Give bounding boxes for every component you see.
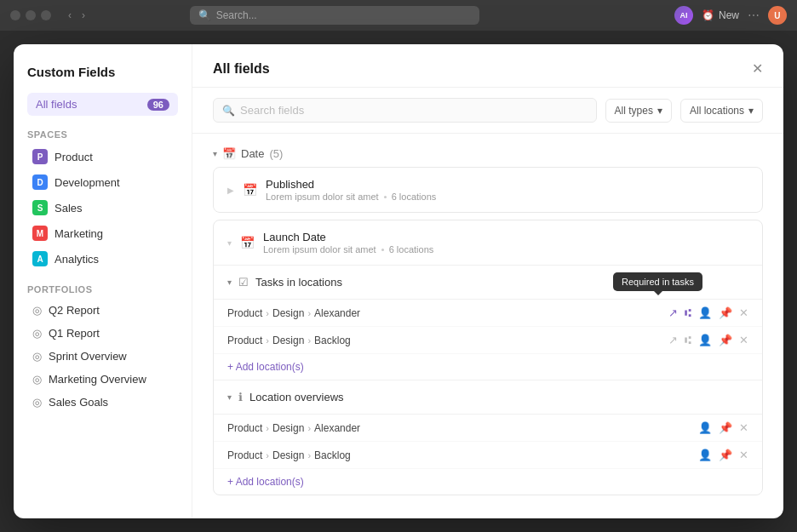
filter-types-label: All types [615,105,653,117]
close-icon[interactable]: ✕ [739,449,748,461]
user-icon[interactable]: 👤 [698,449,712,461]
chevron-down-icon: ▾ [657,105,662,117]
forward-arrow[interactable]: › [78,8,89,23]
titlebar-right: AI ⏰ New ⋯ U [674,6,787,25]
traffic-light-minimize[interactable] [26,10,36,20]
sidebar: Custom Fields All fields 96 Spaces P Pro… [14,44,192,518]
location-product: Product [227,422,262,434]
location-product: Product [227,307,262,319]
user-icon[interactable]: 👤 [698,306,712,319]
sidebar-item-marketing-overview[interactable]: ◎ Marketing Overview [27,369,178,390]
expand-overviews-toggle[interactable]: ▾ [227,392,232,402]
pin-icon[interactable]: 📌 [719,449,732,461]
pin-icon[interactable]: 📌 [719,306,732,319]
analytics-icon: A [32,251,48,266]
all-fields-nav[interactable]: All fields 96 [27,93,178,116]
published-description: Lorem ipsum dolor sit amet [266,192,379,202]
add-overview-location-button[interactable]: + Add location(s) [214,469,762,495]
location-backlog: Backlog [314,449,351,461]
branch-icon[interactable]: ⑆ [685,334,691,346]
sidebar-item-sprint-overview[interactable]: ◎ Sprint Overview [27,346,178,367]
main-content: Custom Fields All fields 96 Spaces P Pro… [0,31,797,532]
sidebar-item-q1-report[interactable]: ◎ Q1 Report [27,323,178,344]
filter-locations-label: All locations [690,105,744,117]
sidebar-item-development[interactable]: D Development [27,170,178,194]
date-section-header[interactable]: ▾ 📅 Date (5) [213,147,763,160]
global-search-bar[interactable]: 🔍 Search... [190,6,479,25]
new-button[interactable]: ⏰ New [702,9,739,21]
location-overviews-header: ▾ ℹ Location overviews [214,380,762,415]
portfolio-icon: ◎ [32,350,42,363]
sidebar-item-q2-report[interactable]: ◎ Q2 Report [27,300,178,321]
sidebar-item-sales-goals[interactable]: ◎ Sales Goals [27,392,178,413]
filter-types-button[interactable]: All types ▾ [605,99,672,123]
published-field-meta: Lorem ipsum dolor sit amet 6 locations [266,192,748,202]
sprint-overview-label: Sprint Overview [49,350,127,363]
add-location-label: + Add location(s) [227,361,304,373]
add-location-button[interactable]: + Add location(s) [214,354,762,380]
location-actions: ↗ ⑆ 👤 📌 ✕ [668,334,748,346]
tasks-in-locations-header: ▾ ☑ Tasks in locations Required in tasks [214,266,762,300]
expand-tasks-toggle[interactable]: ▾ [227,277,232,287]
user-icon[interactable]: 👤 [698,421,712,434]
expand-icon[interactable]: ▾ [227,238,232,248]
pin-icon[interactable]: 📌 [719,334,732,346]
all-fields-label: All fields [36,98,77,111]
q2-report-label: Q2 Report [49,304,100,317]
back-arrow[interactable]: ‹ [65,8,75,23]
external-link-icon[interactable]: ↗ [668,334,678,346]
launch-date-locations: 6 locations [389,244,434,255]
location-backlog: Backlog [314,335,351,346]
sales-goals-label: Sales Goals [49,396,108,409]
close-button[interactable]: ✕ [752,62,763,76]
sales-icon: S [32,200,48,215]
location-actions: 👤 📌 ✕ [698,421,748,434]
path-separator: › [307,423,311,433]
pin-icon[interactable]: 📌 [719,421,732,434]
sidebar-item-sales[interactable]: S Sales [27,196,178,220]
close-icon[interactable]: ✕ [739,306,748,319]
search-icon: 🔍 [198,9,211,21]
task-location-row-alexander: Product › Design › Alexander ↗ ⑆ 👤 📌 ✕ [214,300,762,327]
grid-icon[interactable]: ⋯ [748,9,760,22]
launch-date-field-info: Launch Date Lorem ipsum dolor sit amet 6… [263,231,748,255]
close-icon[interactable]: ✕ [739,421,748,434]
nav-arrows: ‹ › [65,8,89,23]
traffic-lights [10,10,51,20]
location-path: Product › Design › Alexander [227,422,698,434]
location-design: Design [272,307,304,319]
avatar[interactable]: U [768,6,787,25]
user-icon[interactable]: 👤 [698,334,712,346]
close-icon[interactable]: ✕ [739,334,748,346]
spaces-section: Spaces P Product D Development S Sales M… [27,129,178,271]
sidebar-item-analytics[interactable]: A Analytics [27,247,178,271]
portfolios-section-title: Portfolios [27,284,178,295]
traffic-light-maximize[interactable] [41,10,51,20]
ai-badge[interactable]: AI [674,6,693,25]
traffic-light-close[interactable] [10,10,20,20]
sidebar-item-product[interactable]: P Product [27,145,178,169]
sidebar-item-marketing[interactable]: M Marketing [27,221,178,245]
portfolio-icon: ◎ [32,327,42,340]
titlebar: ‹ › 🔍 Search... AI ⏰ New ⋯ U [0,0,797,31]
branch-icon[interactable]: ⑆ [685,306,691,319]
panel-header: All fields ✕ [192,44,783,88]
published-field-info: Published Lorem ipsum dolor sit amet 6 l… [266,178,748,202]
add-overview-location-label: + Add location(s) [227,476,304,488]
analytics-label: Analytics [54,253,99,266]
search-placeholder: Search... [216,9,257,21]
published-field-card: ▶ 📅 Published Lorem ipsum dolor sit amet… [213,167,763,213]
launch-date-field-meta: Lorem ipsum dolor sit amet 6 locations [263,244,748,255]
main-panel: All fields ✕ 🔍 Search fields All types ▾… [192,44,783,518]
expand-icon[interactable]: ▶ [227,186,234,195]
date-type-icon: 📅 [243,183,257,197]
external-link-icon[interactable]: ↗ [668,306,678,319]
search-fields-input[interactable]: 🔍 Search fields [213,98,597,123]
tasks-in-locations-title: Tasks in locations [255,276,342,289]
marketing-icon: M [32,226,48,241]
marketing-overview-label: Marketing Overview [49,373,146,386]
filter-locations-button[interactable]: All locations ▾ [680,99,763,123]
location-alexander: Alexander [314,422,360,434]
all-fields-count: 96 [147,99,169,111]
path-separator: › [307,308,311,318]
